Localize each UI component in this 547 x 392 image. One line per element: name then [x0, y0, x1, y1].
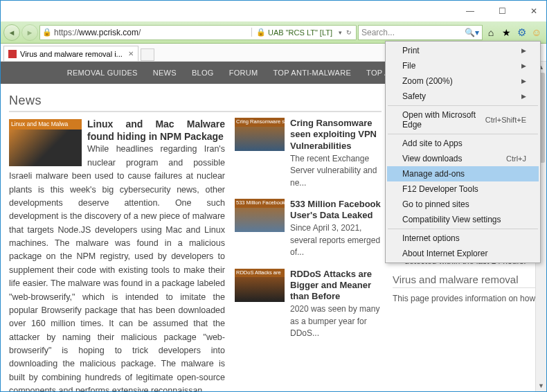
menu-item-safety[interactable]: Safety▶ — [387, 89, 539, 104]
nav-item[interactable]: NEWS — [153, 69, 177, 77]
nav-item[interactable]: BLOG — [192, 69, 214, 77]
submenu-arrow-icon: ▶ — [521, 47, 526, 54]
menu-item-view-downloads[interactable]: View downloadsCtrl+J — [387, 151, 539, 166]
search-placeholder: Search... — [361, 28, 465, 37]
news-thumbnail: Cring Ransomware se — [235, 118, 285, 151]
virus-removal-text: This page provides information on how — [393, 294, 538, 303]
tools-menu: Print▶ File▶ Zoom (200%)▶ Safety▶ Open w… — [385, 41, 541, 263]
tab-title: Virus and malware removal i... — [20, 50, 123, 58]
back-button[interactable]: ◄ — [3, 24, 20, 41]
news-title: 533 Million Facebook User's Data Leaked — [290, 199, 382, 222]
menu-item-manage-addons[interactable]: Manage add-ons — [387, 166, 539, 181]
article-body: While headlines regarding Iran's nuclear… — [9, 144, 225, 391]
scroll-down-icon[interactable]: ▼ — [536, 380, 546, 391]
nav-item[interactable]: REMOVAL GUIDES — [67, 69, 138, 77]
nav-item[interactable]: TOP ANTI-MALWARE — [274, 69, 352, 77]
news-title: Cring Ransomware seen exploiting VPN Vul… — [290, 118, 382, 152]
menu-item-internet-options[interactable]: Internet options — [387, 231, 539, 246]
menu-item-file[interactable]: File▶ — [387, 58, 539, 73]
menu-item-print[interactable]: Print▶ — [387, 43, 539, 58]
tools-gear-icon[interactable]: ⚙ — [514, 26, 528, 39]
submenu-arrow-icon: ▶ — [521, 62, 526, 69]
shortcut-label: Ctrl+Shift+E — [485, 116, 526, 124]
new-tab-button[interactable] — [141, 48, 154, 61]
feedback-smiley-icon[interactable]: ☺ — [530, 26, 544, 39]
news-body: Since April 3, 2021, several reports eme… — [290, 223, 380, 257]
news-body: The recent Exchange Server vulnerability… — [290, 154, 377, 188]
news-item[interactable]: RDDoS Attacks are RDDoS Attacks are Bigg… — [235, 269, 382, 340]
submenu-arrow-icon: ▶ — [521, 93, 526, 100]
window-titlebar: — ☐ ✕ — [1, 1, 546, 21]
featured-article[interactable]: Linux and Mac Malwa Linux and Mac Malwar… — [9, 118, 225, 391]
section-heading-news: News — [9, 91, 382, 112]
menu-item-compat-view[interactable]: Compatibility View settings — [387, 212, 539, 227]
lock-icon: 🔒 — [42, 28, 52, 37]
home-icon[interactable]: ⌂ — [484, 26, 498, 39]
minimize-button[interactable]: — — [460, 3, 480, 19]
favorites-icon[interactable]: ★ — [499, 26, 513, 39]
url-text: https://www.pcrisk.com/ — [54, 28, 249, 37]
certificate-label[interactable]: 🔒UAB "RCS LT" [LT] — [251, 28, 337, 37]
menu-item-open-edge[interactable]: Open with Microsoft EdgeCtrl+Shift+E — [387, 107, 539, 132]
menu-item-f12-tools[interactable]: F12 Developer Tools — [387, 181, 539, 197]
address-dropdown-icon[interactable]: ▾ — [337, 29, 344, 36]
nav-item[interactable]: FORUM — [229, 69, 258, 77]
menu-item-about-ie[interactable]: About Internet Explorer — [387, 246, 539, 261]
address-bar[interactable]: 🔒 https://www.pcrisk.com/ 🔒UAB "RCS LT" … — [39, 25, 357, 40]
browser-tab[interactable]: Virus and malware removal i... ✕ — [3, 46, 138, 61]
search-icon[interactable]: 🔍▾ — [465, 28, 479, 37]
news-thumbnail: RDDoS Attacks are — [235, 269, 285, 302]
close-button[interactable]: ✕ — [524, 3, 544, 19]
news-item[interactable]: 533 Million Facebook 533 Million Faceboo… — [235, 199, 382, 259]
refresh-icon[interactable]: ↻ — [344, 29, 354, 36]
favicon-icon — [8, 50, 17, 58]
main-column: News Linux and Mac Malwa Linux and Mac M… — [9, 91, 382, 391]
menu-item-zoom[interactable]: Zoom (200%)▶ — [387, 73, 539, 89]
maximize-button[interactable]: ☐ — [492, 3, 512, 19]
forward-button[interactable]: ► — [21, 24, 38, 41]
shortcut-label: Ctrl+J — [506, 154, 526, 163]
sidebar-heading-removal: Virus and malware removal — [393, 271, 538, 288]
news-body: 2020 was seen by many as a bumper year f… — [290, 304, 379, 338]
search-box[interactable]: Search... 🔍▾ — [358, 25, 483, 40]
menu-item-add-to-apps[interactable]: Add site to Apps — [387, 136, 539, 151]
news-title: RDDoS Attacks are Bigger and Meaner than… — [290, 269, 382, 303]
news-item[interactable]: Cring Ransomware se Cring Ransomware see… — [235, 118, 382, 189]
news-thumbnail: 533 Million Facebook — [235, 199, 285, 232]
menu-item-pinned-sites[interactable]: Go to pinned sites — [387, 197, 539, 212]
tab-close-icon[interactable]: ✕ — [128, 50, 134, 57]
submenu-arrow-icon: ▶ — [521, 78, 526, 84]
lock-icon: 🔒 — [256, 28, 266, 37]
article-thumbnail: Linux and Mac Malwa — [9, 119, 82, 166]
